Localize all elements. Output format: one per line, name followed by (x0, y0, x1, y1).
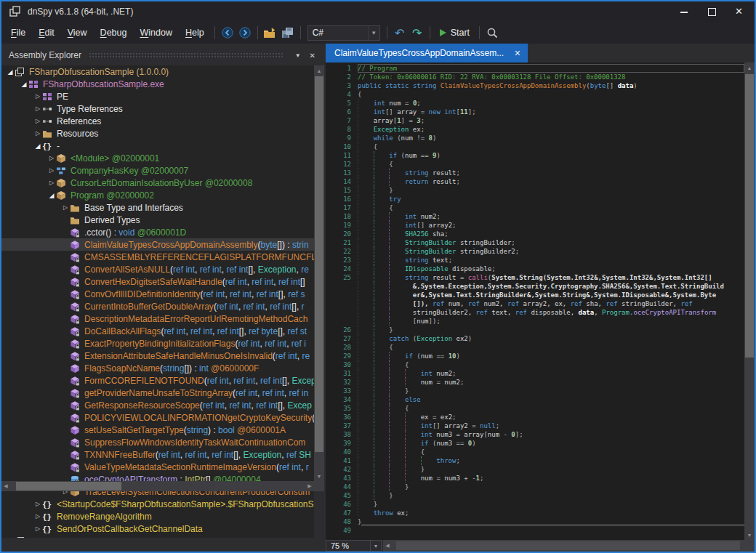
expand-icon[interactable]: ▷ (33, 513, 42, 520)
tree-row[interactable]: DoCallBackAllFlags(ref int, ref int, ref… (1, 325, 314, 337)
methodlock-icon (70, 277, 81, 287)
tree-row[interactable]: ▷<Module> @02000001 (1, 152, 314, 164)
tree-row[interactable]: ExactPropertyBindingInitializationFlags(… (1, 337, 314, 350)
navigate-back-button[interactable] (219, 24, 236, 41)
editor-vertical-scrollbar[interactable]: ▲ ▼ (744, 62, 755, 540)
expand-icon[interactable]: ▷ (33, 525, 42, 532)
tree-row[interactable]: ▷{}RemoveRangeAlgorithm (1, 510, 314, 522)
tree-row[interactable]: FormCCOREFILENOTFOUND(ref int, ref int, … (1, 374, 314, 387)
editor-horizontal-scrollbar[interactable]: ◀ (383, 540, 755, 552)
expand-icon[interactable]: ▷ (33, 93, 42, 100)
tree-item-label: Base Type and Interfaces (84, 203, 183, 213)
tree-row[interactable]: ▷{}<StartupCode$FSharpObfuscationSample>… (1, 498, 314, 510)
code-editor[interactable]: 1// Program2// Token: 0x06000016 RID: 22… (326, 64, 744, 540)
tree-row[interactable]: GetResponseResourceScope(ref int, ref in… (1, 399, 314, 411)
tree-row[interactable]: ▷{}SendOrPostCallbackGetChannelData (1, 522, 314, 535)
code-line: 2// Token: 0x06000016 RID: 22 RVA: 0x000… (326, 73, 744, 81)
panel-close-button[interactable]: ✕ (305, 50, 320, 61)
tree-row[interactable]: ◢FSharpObfuscationSample.exe (1, 78, 314, 90)
tab-claimvaluetypes[interactable]: ClaimValueTypesCrossAppDomainAssem... ✕ (326, 44, 528, 62)
tree-item-label: FormCCOREFILENOTFOUND(ref int, ref int, … (84, 376, 314, 386)
expand-icon[interactable]: ▷ (47, 155, 56, 161)
panel-menu-button[interactable]: ▼ (291, 51, 305, 60)
scroll-up-icon[interactable]: ▲ (314, 65, 324, 76)
chevron-down-icon[interactable]: ▼ (371, 540, 382, 552)
scroll-up-icon[interactable]: ▲ (744, 62, 755, 73)
collapse-icon[interactable]: ◢ (47, 192, 56, 199)
tree-row[interactable]: ▷Type References (1, 102, 314, 115)
menu-window[interactable]: Window (133, 25, 178, 41)
collapse-icon[interactable]: ◢ (6, 68, 15, 76)
tree-row[interactable]: ConvertAllSetAsNULL(ref int, ref int, re… (1, 263, 314, 275)
tree-row[interactable]: TXNNNFreeBuffer(ref int, ref int, ref in… (1, 448, 314, 461)
close-button[interactable]: ✕ (735, 7, 743, 16)
tree-row[interactable]: ▷References (1, 115, 314, 127)
tree-horizontal-scrollbar[interactable]: ◀ ▶ (1, 481, 314, 491)
expand-icon[interactable]: ▷ (61, 204, 70, 211)
start-debug-button[interactable]: Start (434, 26, 475, 39)
scroll-down-icon[interactable]: ▼ (314, 471, 324, 481)
assembly-tree[interactable]: ◢FSharpObfuscationSample (1.0.0.0)◢FShar… (1, 65, 314, 538)
line-number: 25 (326, 273, 358, 282)
tree-row[interactable]: SuppressFlowWindowsIdentityTaskWaitConti… (1, 436, 314, 448)
tree-row[interactable]: DescriptionMetadataErrorReportUrlRemotin… (1, 312, 314, 325)
tree-row[interactable]: ▷CompanyHasKey @02000007 (1, 164, 314, 177)
tree-row[interactable]: POLICYVIEWLOCALINFORMATIONgetCryptoKeySe… (1, 411, 314, 424)
line-number: 2 (326, 73, 358, 81)
undo-button[interactable]: ↶ (391, 24, 409, 41)
zoom-level-select[interactable]: 75 % (326, 540, 371, 552)
menu-file[interactable]: File (4, 25, 32, 41)
tab-close-icon[interactable]: ✕ (514, 49, 520, 58)
tree-row[interactable]: ValueTypeMetadataSectionRuntimeImageVers… (1, 461, 314, 473)
tree-row[interactable]: ◢FSharpObfuscationSample (1.0.0.0) (1, 65, 314, 78)
navigate-forward-button[interactable] (236, 24, 254, 41)
tree-row[interactable]: ◢{}- (1, 140, 314, 152)
line-number: 29 (326, 352, 358, 360)
tree-row[interactable]: ▷Base Type and Interfaces (1, 201, 314, 214)
scroll-down-icon[interactable]: ▼ (744, 530, 755, 540)
tree-row[interactable]: ▷PE (1, 90, 314, 102)
redo-button[interactable]: ↷ (409, 24, 426, 41)
tree-row[interactable]: ClaimValueTypesCrossAppDomainAssembly(by… (1, 238, 314, 251)
scroll-right-icon[interactable]: ▶ (305, 481, 314, 491)
line-number: 20 (326, 230, 358, 238)
maximize-button[interactable] (707, 7, 716, 16)
code-line: 10{ (326, 142, 744, 151)
menu-help[interactable]: Help (179, 25, 211, 41)
expand-icon[interactable]: ▷ (33, 105, 42, 112)
collapse-icon[interactable]: ◢ (20, 81, 28, 88)
scroll-left-icon[interactable]: ◀ (1, 481, 10, 491)
tree-row[interactable]: CMSASSEMBLYREFERENCEFLAGISPLATFORMFUNCFL… (1, 251, 314, 263)
tree-row[interactable]: ◢Program @02000002 (1, 189, 314, 201)
scroll-left-icon[interactable]: ◀ (383, 540, 392, 552)
tree-row[interactable]: .cctor() : void @0600001D (1, 226, 314, 238)
expand-icon[interactable]: ▷ (47, 179, 56, 186)
expand-icon[interactable]: ▷ (47, 167, 56, 174)
tree-row[interactable]: CurrentIntoBufferGetDoubleArray(ref int,… (1, 300, 314, 312)
open-file-button[interactable] (262, 24, 279, 41)
tree-row[interactable]: ConvertHexDigitsetSafeWaitHandle(ref int… (1, 275, 314, 288)
line-number: 44 (326, 483, 358, 491)
tree-row[interactable]: setUseSaltGetTargetType(string) : bool @… (1, 424, 314, 436)
search-button[interactable] (483, 24, 501, 41)
tree-row[interactable]: ▷Resources (1, 127, 314, 140)
tree-row[interactable]: ConvOvfIllIDIDefinitionIdentity(ref int,… (1, 288, 314, 300)
tree-row[interactable]: ▷ (1, 535, 314, 538)
tree-row[interactable]: ExtensionAttributeSafeHandleMinusOneIsIn… (1, 350, 314, 362)
expand-icon[interactable]: ▷ (33, 118, 42, 124)
tree-row[interactable]: Derived Types (1, 214, 314, 226)
tree-row[interactable]: getProviderNameUnsafeToStringArray(ref i… (1, 387, 314, 399)
minimize-button[interactable] (680, 7, 688, 16)
menu-debug[interactable]: Debug (94, 25, 134, 41)
tree-row[interactable]: ▷CursorLeftDomainIsolationByUser @020000… (1, 177, 314, 189)
expand-icon[interactable]: ▷ (33, 130, 42, 137)
menu-view[interactable]: View (61, 25, 94, 41)
cube-icon (56, 178, 67, 188)
language-select[interactable]: C# ▼ (307, 25, 380, 41)
tree-vertical-scrollbar[interactable]: ▲ ▼ (314, 65, 324, 481)
menu-edit[interactable]: Edit (32, 25, 61, 41)
collapse-icon[interactable]: ◢ (33, 142, 42, 150)
save-all-button[interactable] (279, 24, 297, 41)
expand-icon[interactable]: ▷ (33, 501, 42, 507)
tree-row[interactable]: FlagsSoapNcName(string[]) : int @0600000… (1, 362, 314, 374)
